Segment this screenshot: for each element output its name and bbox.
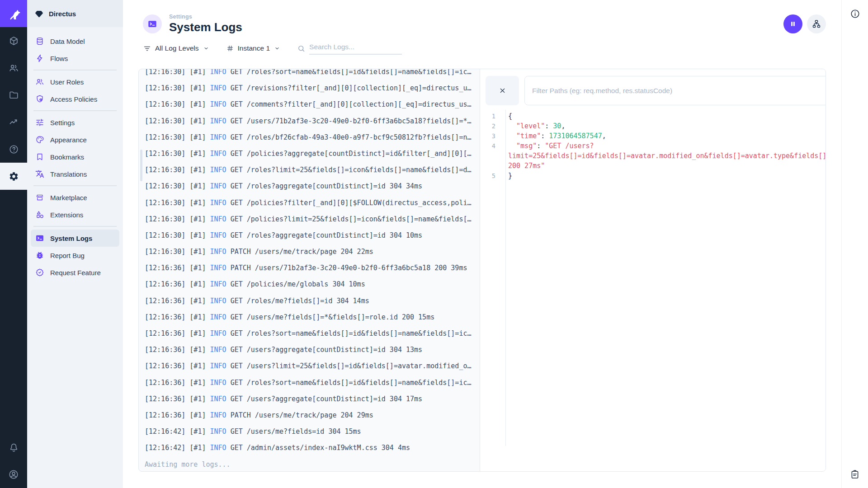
log-message: GET /roles?limit=25&fields[]=icon&fields… xyxy=(226,166,472,174)
log-message: GET /roles/me?fields[]=id 304 14ms xyxy=(226,297,369,305)
sidebar-item-marketplace[interactable]: Marketplace xyxy=(31,189,119,206)
sidebar-item-system-logs[interactable]: System Logs xyxy=(31,230,119,247)
sidebar-item-settings[interactable]: Settings xyxy=(31,114,119,131)
page-icon-badge xyxy=(143,14,162,33)
sidebar-item-bookmarks[interactable]: Bookmarks xyxy=(31,148,119,165)
toggle-raw-view-button[interactable] xyxy=(783,14,802,33)
chart-icon xyxy=(9,117,19,127)
sidebar-nav: Data Model Flows User Roles Access Polic… xyxy=(27,27,123,286)
sidebar-item-translations[interactable]: Translations xyxy=(31,165,119,183)
title-block: Settings System Logs xyxy=(169,14,242,34)
log-entry[interactable]: [12:16:36] [#1] INFO GET /roles/me?field… xyxy=(145,293,480,309)
log-timestamp: [12:16:42] [#1] xyxy=(145,444,210,452)
log-entry[interactable]: [12:16:42] [#1] INFO GET /admin/assets/i… xyxy=(145,440,480,456)
log-entry[interactable]: [12:16:36] [#1] INFO GET /users?aggregat… xyxy=(145,391,480,407)
log-entry[interactable]: [12:16:30] [#1] INFO GET /comments?filte… xyxy=(145,96,480,113)
log-entry[interactable]: [12:16:36] [#1] INFO GET /policies/me/gl… xyxy=(145,276,480,292)
close-icon xyxy=(498,86,507,95)
detail-header xyxy=(480,69,826,105)
sitemap-button[interactable] xyxy=(807,14,826,33)
people-icon xyxy=(9,63,19,73)
log-level-badge: INFO xyxy=(210,329,226,338)
line-number: 3 xyxy=(480,131,502,141)
log-entry[interactable]: [12:16:30] [#1] INFO GET /policies?filte… xyxy=(145,195,480,211)
main-content: Settings System Logs All Log Levels In xyxy=(123,0,841,488)
json-value-time: 1731064587547 xyxy=(549,132,602,140)
tune-icon xyxy=(35,118,44,127)
log-message: GET /roles?aggregate[countDistinct]=id 3… xyxy=(226,231,422,239)
log-entry[interactable]: [12:16:30] [#1] INFO GET /policies?aggre… xyxy=(145,145,480,162)
module-settings[interactable] xyxy=(0,163,27,190)
notifications-button[interactable] xyxy=(0,434,27,461)
info-button[interactable] xyxy=(850,9,860,19)
log-message: PATCH /users/71b2af3e-3c20-49e0-b2f0-6ff… xyxy=(226,264,467,272)
filter-paths-input[interactable] xyxy=(532,87,826,95)
log-rows: [12:16:30] [#1] INFO GET /roles?sort=nam… xyxy=(145,69,480,456)
sidebar-item-appearance[interactable]: Appearance xyxy=(31,131,119,148)
log-entry[interactable]: [12:16:30] [#1] INFO GET /roles?aggregat… xyxy=(145,178,480,194)
log-entry[interactable]: [12:16:36] [#1] INFO GET /users/me?field… xyxy=(145,309,480,325)
log-level-badge: INFO xyxy=(210,411,226,419)
log-entry[interactable]: [12:16:36] [#1] INFO GET /users?limit=25… xyxy=(145,358,480,374)
directus-logo[interactable] xyxy=(0,0,27,27)
log-timestamp: [12:16:30] [#1] xyxy=(145,248,210,256)
log-timestamp: [12:16:36] [#1] xyxy=(145,362,210,370)
sidebar-item-flows[interactable]: Flows xyxy=(31,50,119,67)
search-logs-input[interactable] xyxy=(309,42,402,55)
instance-dropdown[interactable]: Instance 1 xyxy=(226,44,281,52)
log-message: GET /users?limit=25&fields[]=id&fields[]… xyxy=(226,362,472,370)
log-entry[interactable]: [12:16:30] [#1] INFO GET /roles?sort=nam… xyxy=(145,69,480,80)
log-entry[interactable]: [12:16:30] [#1] INFO GET /roles?aggregat… xyxy=(145,227,480,244)
log-entry[interactable]: [12:16:30] [#1] INFO GET /roles?limit=25… xyxy=(145,162,480,178)
log-timestamp: [12:16:30] [#1] xyxy=(145,150,210,158)
clipboard-button[interactable] xyxy=(850,469,860,479)
module-insights[interactable] xyxy=(0,108,27,136)
log-level-badge: INFO xyxy=(210,182,226,190)
log-scrollbar[interactable] xyxy=(140,150,142,181)
module-files[interactable] xyxy=(0,81,27,108)
log-entry[interactable]: [12:16:36] [#1] INFO GET /roles?sort=nam… xyxy=(145,325,480,342)
log-entry[interactable]: [12:16:36] [#1] INFO PATCH /users/71b2af… xyxy=(145,260,480,276)
log-entry[interactable]: [12:16:36] [#1] INFO GET /roles?sort=nam… xyxy=(145,375,480,391)
json-viewer: 1 { 2 "level": 30, 3 "time": 17310645875… xyxy=(480,105,826,452)
log-entry[interactable]: [12:16:30] [#1] INFO GET /policies?limit… xyxy=(145,211,480,227)
sidebar-item-user-roles[interactable]: User Roles xyxy=(31,73,119,90)
log-timestamp: [12:16:36] [#1] xyxy=(145,329,210,338)
instance-label: Instance 1 xyxy=(238,44,270,52)
log-entry[interactable]: [12:16:30] [#1] INFO GET /revisions?filt… xyxy=(145,80,480,96)
module-content[interactable] xyxy=(0,27,27,54)
sidebar-item-extensions[interactable]: Extensions xyxy=(31,206,119,223)
json-key-time: "time" xyxy=(516,132,541,140)
search-icon xyxy=(297,44,306,53)
log-entry[interactable]: [12:16:42] [#1] INFO GET /users/me?field… xyxy=(145,423,480,440)
log-entry[interactable]: [12:16:36] [#1] INFO GET /users?aggregat… xyxy=(145,342,480,358)
log-message: PATCH /users/me/track/page 204 22ms xyxy=(226,248,373,256)
storefront-icon xyxy=(35,193,44,202)
close-detail-button[interactable] xyxy=(486,76,519,105)
log-timestamp: [12:16:30] [#1] xyxy=(145,199,210,207)
feature-badge-icon xyxy=(35,268,44,277)
module-users[interactable] xyxy=(0,54,27,81)
log-entry[interactable]: [12:16:30] [#1] INFO GET /users/71b2af3e… xyxy=(145,113,480,129)
module-docs[interactable] xyxy=(0,136,27,163)
user-menu-button[interactable] xyxy=(0,461,27,488)
sidebar-item-request-feature[interactable]: Request Feature xyxy=(31,264,119,281)
log-message: GET /users/me?fields=id 304 15ms xyxy=(226,427,361,436)
bolt-icon xyxy=(35,54,44,63)
log-entry[interactable]: [12:16:36] [#1] INFO PATCH /users/me/tra… xyxy=(145,407,480,423)
project-logo-icon xyxy=(34,9,44,19)
user-group-icon xyxy=(35,77,44,86)
log-entry[interactable]: [12:16:30] [#1] INFO GET /roles/bf26cfab… xyxy=(145,129,480,145)
log-entry[interactable]: [12:16:30] [#1] INFO PATCH /users/me/tra… xyxy=(145,244,480,260)
sidebar-item-report-bug[interactable]: Report Bug xyxy=(31,247,119,264)
json-value-msg: "GET /users?limit=25&fields[]=id&fields[… xyxy=(508,142,826,170)
terminal-icon xyxy=(147,19,157,29)
log-level-badge: INFO xyxy=(210,313,226,321)
log-timestamp: [12:16:36] [#1] xyxy=(145,411,210,419)
log-level-dropdown[interactable]: All Log Levels xyxy=(143,44,210,53)
sidebar-item-data-model[interactable]: Data Model xyxy=(31,33,119,50)
sidebar-item-access-policies[interactable]: Access Policies xyxy=(31,90,119,108)
project-switcher[interactable]: Directus xyxy=(27,0,123,27)
log-timestamp: [12:16:36] [#1] xyxy=(145,395,210,403)
log-message: GET /roles?sort=name&fields[]=id&fields[… xyxy=(226,329,472,338)
